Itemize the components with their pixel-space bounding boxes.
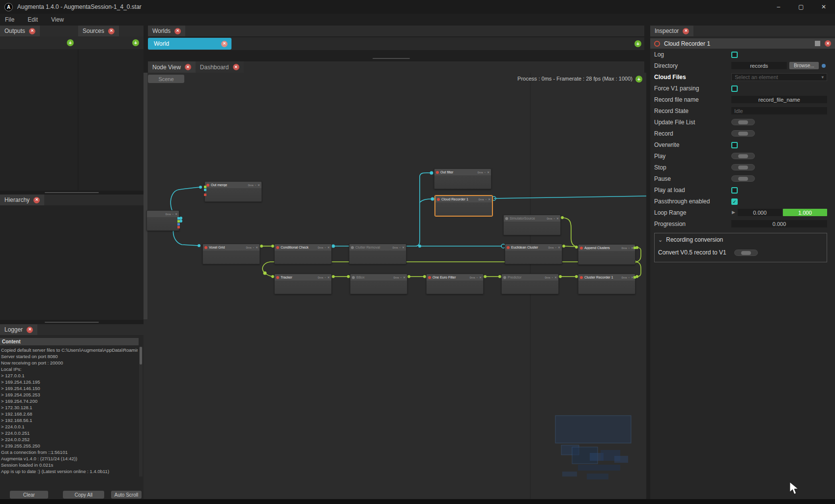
convert-trigger[interactable] <box>734 250 758 256</box>
node-collapse-icon[interactable]: ▫ <box>325 246 326 249</box>
node-collapse-icon[interactable]: ▫ <box>401 276 402 279</box>
play-icon[interactable]: ▶ <box>732 210 735 215</box>
node-tracker[interactable]: Tracker 0ms ▫ ✕ <box>274 274 332 294</box>
close-icon[interactable]: ✕ <box>221 41 228 47</box>
tab-worlds[interactable]: Worlds ✕ <box>148 26 185 36</box>
node-close-icon[interactable]: ✕ <box>479 276 482 279</box>
logger-scrollbar[interactable] <box>139 347 143 476</box>
close-button[interactable]: ✕ <box>812 0 835 14</box>
node-collapse-icon[interactable]: ▫ <box>552 276 553 279</box>
menu-view[interactable]: View <box>51 16 64 23</box>
node-enabled-dot[interactable] <box>352 276 355 279</box>
scene-button[interactable]: Scene <box>148 75 184 83</box>
node-enabled-dot[interactable] <box>507 246 510 249</box>
node-predictor[interactable]: Predictor 0ms ▫ ✕ <box>501 274 559 294</box>
browse-button[interactable]: Browse... <box>789 62 819 69</box>
horizontal-splitter[interactable] <box>0 320 144 324</box>
recording-conversion-header[interactable]: ⌄ Recording conversion <box>655 233 827 246</box>
tab-logger[interactable]: Logger ✕ <box>0 324 37 335</box>
maximize-button[interactable]: ▢ <box>790 0 812 14</box>
node-clutter-removal[interactable]: Clutter Removal 0ms ▫ ✕ <box>349 244 406 264</box>
tab-world[interactable]: World ✕ <box>148 38 231 50</box>
close-icon[interactable]: ✕ <box>185 64 191 70</box>
node-append-clusters[interactable]: Append Clusters 0ms ▫ ✕ <box>578 244 635 265</box>
input-port[interactable] <box>204 189 206 191</box>
play-at-load-checkbox[interactable] <box>731 187 738 194</box>
node-canvas[interactable]: Out merge 0ms ▫ ✕ Out filter 0ms ▫ ✕ Clo… <box>144 73 646 499</box>
tab-inspector[interactable]: Inspector ✕ <box>650 26 693 36</box>
panel-drag-handle[interactable] <box>373 58 410 59</box>
node-enabled-dot[interactable] <box>206 184 209 187</box>
update-file-list-trigger[interactable] <box>731 119 755 125</box>
loop-range-min-field[interactable]: 0.000 <box>738 209 782 216</box>
node-collapse-icon[interactable]: ▫ <box>554 217 555 220</box>
node-close-icon[interactable]: ✕ <box>175 213 177 216</box>
node-collapse-icon[interactable]: ▫ <box>325 276 326 279</box>
node-enabled-dot[interactable] <box>437 198 440 201</box>
tab-hierarchy[interactable]: Hierarchy ✕ <box>0 195 44 205</box>
record-trigger[interactable] <box>731 130 755 137</box>
overwrite-checkbox[interactable] <box>731 142 738 148</box>
directory-field[interactable]: records <box>731 62 787 69</box>
power-icon[interactable] <box>654 41 660 47</box>
tab-dashboard[interactable]: Dashboard ✕ <box>196 61 244 73</box>
node-cloud-recorder-1[interactable]: Cloud Recorder 1 0ms ▫ ✕ <box>435 196 492 216</box>
add-node-button[interactable]: + <box>635 76 642 83</box>
node-collapse-icon[interactable]: ▫ <box>173 213 173 216</box>
horizontal-splitter[interactable] <box>0 191 144 195</box>
node-enabled-dot[interactable] <box>204 246 207 249</box>
close-icon[interactable]: ✕ <box>33 197 40 203</box>
node-enabled-dot[interactable] <box>428 276 431 279</box>
node-enabled-dot[interactable] <box>436 171 439 174</box>
force-v1-checkbox[interactable] <box>731 85 738 92</box>
node-close-icon[interactable]: ✕ <box>256 246 258 249</box>
node-one-euro-filter[interactable]: One Euro Filter 0ms ▫ ✕ <box>426 274 484 294</box>
close-icon[interactable]: ✕ <box>27 327 33 333</box>
scrollbar-thumb[interactable] <box>140 347 142 364</box>
splitter-handle[interactable] <box>45 322 99 323</box>
node-enabled-dot[interactable] <box>580 276 583 279</box>
close-icon[interactable]: ✕ <box>683 28 689 34</box>
node-enabled-dot[interactable] <box>351 246 354 249</box>
node-collapse-icon[interactable]: ▫ <box>486 198 487 201</box>
output-port[interactable] <box>633 247 636 249</box>
node-collapse-icon[interactable]: ▫ <box>629 276 630 279</box>
node-close-icon[interactable]: ✕ <box>558 246 560 249</box>
add-world-button[interactable]: + <box>634 40 641 47</box>
auto-scroll-button[interactable]: Auto Scroll <box>111 491 142 499</box>
menu-edit[interactable]: Edit <box>28 16 38 23</box>
node-collapse-icon[interactable]: ▫ <box>485 171 486 174</box>
node-enabled-dot[interactable] <box>580 247 583 250</box>
menu-file[interactable]: File <box>5 16 14 23</box>
node-collapse-icon[interactable]: ▫ <box>400 246 401 249</box>
output-port[interactable] <box>633 276 636 279</box>
progression-field[interactable]: 0.000 <box>731 220 827 227</box>
node-cluster-recorder-1[interactable]: Cluster Recorder 1 0ms ▫ ✕ <box>578 274 635 294</box>
node-input-cut[interactable]: 0ms ▫ ✕ <box>146 210 179 231</box>
close-icon[interactable]: ✕ <box>825 40 831 47</box>
add-output-button[interactable]: + <box>67 39 74 46</box>
input-port[interactable] <box>204 186 206 188</box>
clear-button[interactable]: Clear <box>10 491 48 499</box>
node-conditional-check[interactable]: Conditional Check 0ms ▫ ✕ <box>274 244 332 264</box>
cloud-files-dropdown[interactable]: Select an element ▾ <box>731 73 827 81</box>
input-port[interactable] <box>204 194 206 196</box>
node-close-icon[interactable]: ✕ <box>402 246 404 249</box>
node-collapse-icon[interactable]: ▫ <box>253 246 254 249</box>
loop-range-max-field[interactable]: 1.000 <box>783 209 827 216</box>
log-checkbox[interactable] <box>731 52 738 58</box>
node-enabled-dot[interactable] <box>505 217 508 220</box>
close-icon[interactable]: ✕ <box>29 28 35 34</box>
minimize-button[interactable]: – <box>767 0 790 14</box>
output-port[interactable] <box>177 220 180 223</box>
node-close-icon[interactable]: ✕ <box>403 276 405 279</box>
node-enabled-dot[interactable] <box>276 276 279 279</box>
node-collapse-icon[interactable]: ▫ <box>255 184 256 187</box>
node-simulator-source[interactable]: SimulatorSource 0ms ▫ ✕ <box>503 215 561 235</box>
node-out-merge[interactable]: Out merge 0ms ▫ ✕ <box>204 181 262 202</box>
miniature-icon[interactable] <box>815 41 820 46</box>
node-close-icon[interactable]: ✕ <box>487 171 489 174</box>
node-enabled-dot[interactable] <box>503 276 506 279</box>
directory-target-icon[interactable] <box>822 64 826 68</box>
node-collapse-icon[interactable]: ▫ <box>477 276 478 279</box>
